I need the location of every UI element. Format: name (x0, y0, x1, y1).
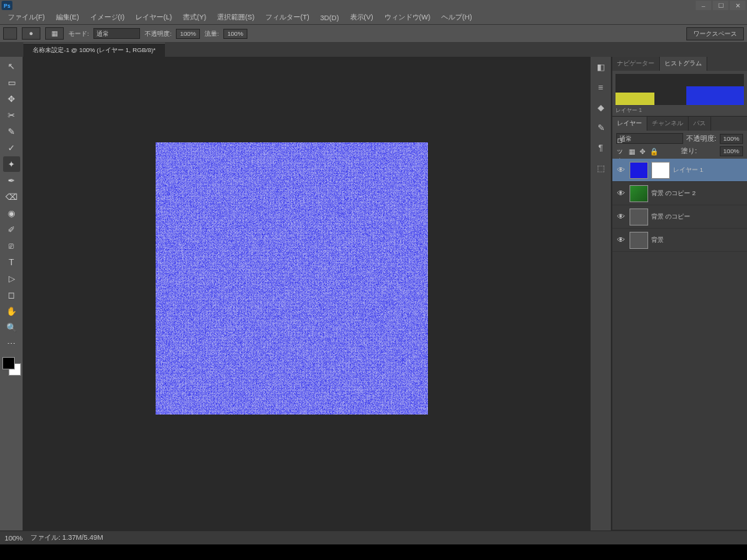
histogram-bar-highlights (686, 86, 744, 105)
window-controls: – ☐ ✕ (696, 1, 745, 10)
app-logo-icon: Ps (2, 1, 12, 10)
layer-visibility-icon[interactable]: 👁 (615, 212, 626, 221)
layer-fill-input[interactable]: 100% (720, 146, 743, 156)
menu-image[interactable]: イメージ(I) (86, 11, 130, 24)
hand-tool-icon[interactable]: ✋ (3, 303, 20, 319)
lock-position-icon[interactable]: ✥ (638, 147, 647, 156)
brush-panel-icon[interactable]: ▦ (45, 27, 64, 40)
layer-thumbnail[interactable] (651, 162, 670, 179)
layers-panel: レイヤー チャンネル パス 通常 不透明度: 100% ロック: ▦ ✥ (612, 117, 747, 530)
color-swatches[interactable] (2, 357, 21, 376)
menu-window[interactable]: ウィンドウ(W) (380, 11, 436, 24)
tab-paths[interactable]: パス (689, 117, 711, 131)
type-tool-icon[interactable]: T (3, 254, 20, 270)
path-tool-icon[interactable]: ▷ (3, 271, 20, 286)
lock-all-icon[interactable]: 🔒 (649, 147, 658, 156)
move-tool-icon[interactable]: ↖ (3, 58, 20, 74)
marquee-tool-icon[interactable]: ▭ (3, 75, 20, 90)
layer-fill-label: 塗り: (681, 146, 697, 156)
layer-thumbnail[interactable] (630, 185, 648, 202)
layer-row[interactable]: 👁背景 のコピー (612, 205, 747, 229)
shape-tool-icon[interactable]: ◻ (3, 287, 20, 303)
more-tools-icon[interactable]: ⋯ (3, 336, 20, 352)
pen-tool-icon[interactable]: ✐ (3, 222, 20, 237)
blur-tool-icon[interactable]: ⎚ (3, 238, 20, 254)
collapsed-panel-dock: ◧ ≡ ◆ ✎ ¶ ⬚ (590, 57, 612, 530)
app-window: Ps – ☐ ✕ ファイル(F) 編集(E) イメージ(I) レイヤー(L) 書… (0, 0, 747, 544)
eyedropper-tool-icon[interactable]: ✎ (3, 124, 20, 139)
blend-mode-dropdown[interactable]: 通常 (93, 28, 140, 39)
layer-visibility-icon[interactable]: 👁 (615, 166, 626, 174)
menu-layer[interactable]: レイヤー(L) (131, 11, 177, 24)
layer-blend-dropdown[interactable]: 通常 (616, 133, 683, 144)
lock-pixels-icon[interactable]: ▦ (627, 147, 637, 156)
maximize-button[interactable]: ☐ (713, 1, 728, 10)
menu-type[interactable]: 書式(Y) (178, 11, 211, 24)
tab-navigator[interactable]: ナビゲーター (612, 57, 660, 71)
menu-filter[interactable]: フィルター(T) (261, 11, 314, 24)
gradient-tool-icon[interactable]: ◉ (3, 205, 20, 221)
layer-opacity-input[interactable]: 100% (720, 134, 743, 144)
tab-histogram[interactable]: ヒストグラム (660, 57, 707, 71)
tab-channels[interactable]: チャンネル (647, 117, 689, 131)
actions-panel-icon[interactable]: ≡ (593, 80, 608, 94)
paragraph-panel-icon[interactable]: ¶ (593, 141, 608, 155)
zoom-tool-icon[interactable]: 🔍 (3, 320, 20, 335)
options-bar: ● ▦ モード: 通常 不透明度: 100% 流量: 100% ワークスペース (0, 24, 747, 43)
toolbox: ↖ ▭ ✥ ✂ ✎ ✓ ✦ ✒ ⌫ ◉ ✐ ⎚ T ▷ ◻ ✋ 🔍 ⋯ (0, 57, 23, 530)
menu-help[interactable]: ヘルプ(H) (437, 11, 477, 24)
healing-tool-icon[interactable]: ✓ (3, 140, 20, 156)
layer-thumbnail[interactable] (630, 232, 648, 249)
layer-visibility-icon[interactable]: 👁 (615, 236, 626, 244)
stamp-tool-icon[interactable]: ✒ (3, 173, 20, 188)
menu-select[interactable]: 選択範囲(S) (212, 11, 259, 24)
layer-opacity-label: 不透明度: (686, 134, 717, 144)
layer-name[interactable]: レイヤー 1 (673, 166, 744, 174)
titlebar: Ps – ☐ ✕ (0, 0, 747, 11)
layer-list: 👁レイヤー 1👁背景 のコピー 2👁背景 のコピー👁背景 (612, 159, 747, 530)
main-area: ↖ ▭ ✥ ✂ ✎ ✓ ✦ ✒ ⌫ ◉ ✐ ⎚ T ▷ ◻ ✋ 🔍 ⋯ (0, 57, 747, 530)
close-button[interactable]: ✕ (730, 1, 745, 10)
brush-tool-icon[interactable]: ✦ (3, 156, 20, 172)
menu-file[interactable]: ファイル(F) (3, 11, 50, 24)
lasso-tool-icon[interactable]: ✥ (3, 91, 20, 107)
document-canvas[interactable] (156, 142, 428, 415)
lock-label: ロック: (616, 147, 626, 156)
properties-panel-icon[interactable]: ◆ (593, 100, 608, 114)
canvas-area[interactable] (23, 57, 590, 530)
opacity-input[interactable]: 100% (176, 29, 199, 39)
layer-options: 通常 不透明度: 100% ロック: ▦ ✥ 🔒 塗り: 100% (612, 131, 747, 159)
layer-thumbnail[interactable] (630, 208, 648, 226)
layer-row[interactable]: 👁背景 のコピー 2 (612, 182, 747, 205)
layer-row[interactable]: 👁レイヤー 1 (612, 159, 747, 182)
foreground-color-swatch[interactable] (2, 357, 15, 369)
document-tab-bar: 名称未設定-1 @ 100% (レイヤー 1, RGB/8)* (0, 43, 747, 57)
menu-edit[interactable]: 編集(E) (51, 11, 84, 24)
brushes-panel-icon[interactable]: ✎ (593, 121, 608, 135)
layer-row[interactable]: 👁背景 (612, 229, 747, 252)
document-tab[interactable]: 名称未設定-1 @ 100% (レイヤー 1, RGB/8)* (23, 43, 165, 57)
tab-layers[interactable]: レイヤー (612, 117, 647, 131)
flow-input[interactable]: 100% (223, 29, 247, 39)
opacity-label: 不透明度: (145, 30, 171, 38)
minimize-button[interactable]: – (696, 1, 711, 10)
menu-view[interactable]: 表示(V) (345, 11, 378, 24)
eraser-tool-icon[interactable]: ⌫ (3, 189, 20, 205)
layer-thumbnail[interactable] (630, 162, 648, 179)
layer-name[interactable]: 背景 のコピー 2 (651, 189, 744, 198)
workspace-button[interactable]: ワークスペース (686, 27, 744, 40)
layer-name[interactable]: 背景 のコピー (651, 212, 744, 221)
layer-visibility-icon[interactable]: 👁 (615, 189, 626, 198)
document-info[interactable]: ファイル: 1.37M/5.49M (30, 533, 103, 543)
histogram-source-label: レイヤー 1 (615, 107, 744, 114)
brush-preset-picker[interactable]: ● (22, 27, 40, 40)
menubar: ファイル(F) 編集(E) イメージ(I) レイヤー(L) 書式(Y) 選択範囲… (0, 11, 747, 24)
zoom-level[interactable]: 100% (5, 534, 23, 542)
histogram-bar-shadows (615, 93, 654, 105)
history-panel-icon[interactable]: ◧ (593, 60, 608, 74)
crop-tool-icon[interactable]: ✂ (3, 107, 20, 123)
layer-name[interactable]: 背景 (651, 236, 744, 244)
menu-3d[interactable]: 3D(D) (316, 12, 344, 23)
swatches-panel-icon[interactable]: ⬚ (593, 161, 608, 175)
tool-preset-icon[interactable] (3, 27, 17, 40)
